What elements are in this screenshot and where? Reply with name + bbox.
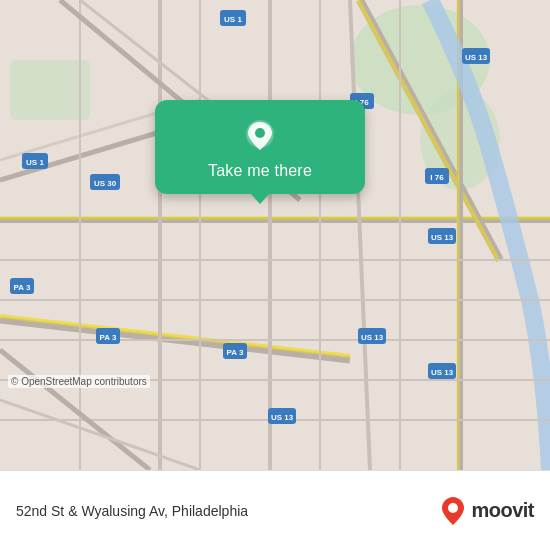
osm-attribution: © OpenStreetMap contributors	[8, 375, 150, 388]
svg-rect-3	[10, 60, 90, 120]
svg-text:US 13: US 13	[465, 53, 488, 62]
svg-text:US 13: US 13	[431, 233, 454, 242]
svg-point-60	[448, 503, 458, 513]
svg-text:US 13: US 13	[361, 333, 384, 342]
location-text: 52nd St & Wyalusing Av, Philadelphia	[16, 503, 248, 519]
take-me-there-label: Take me there	[208, 162, 312, 180]
svg-text:PA 3: PA 3	[227, 348, 244, 357]
svg-text:US 1: US 1	[224, 15, 242, 24]
svg-text:I 76: I 76	[430, 173, 444, 182]
svg-text:US 1: US 1	[26, 158, 44, 167]
moovit-wordmark: moovit	[471, 499, 534, 522]
bottom-bar: 52nd St & Wyalusing Av, Philadelphia moo…	[0, 470, 550, 550]
take-me-there-card[interactable]: Take me there	[155, 100, 365, 194]
svg-text:US 30: US 30	[94, 179, 117, 188]
svg-text:US 13: US 13	[431, 368, 454, 377]
svg-text:US 13: US 13	[271, 413, 294, 422]
moovit-icon	[439, 495, 467, 527]
map-container[interactable]: US 1 US 1 US 30 I 76 I 76 US 13 US 13 PA…	[0, 0, 550, 470]
svg-text:PA 3: PA 3	[100, 333, 117, 342]
location-pin-icon	[242, 118, 278, 154]
svg-point-59	[255, 128, 265, 138]
moovit-logo: moovit	[439, 495, 534, 527]
svg-text:PA 3: PA 3	[14, 283, 31, 292]
